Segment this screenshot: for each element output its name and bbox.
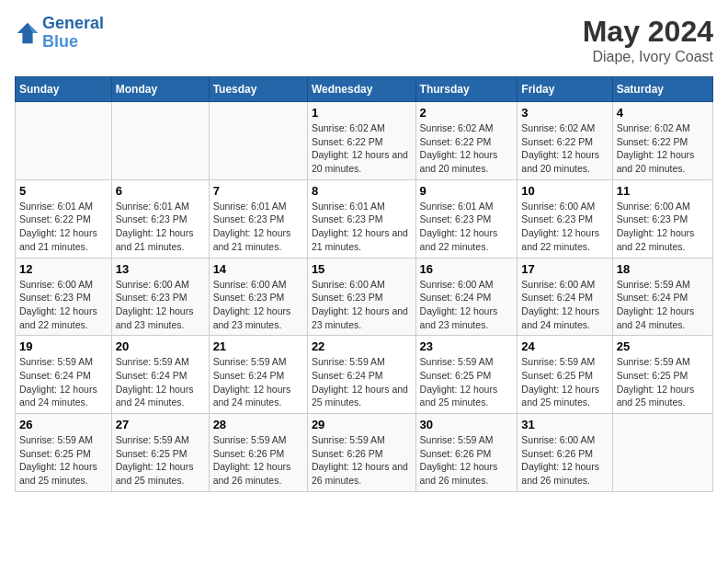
sunrise-text: Sunrise: 6:02 AM [617, 122, 690, 133]
day-info: Sunrise: 6:00 AM Sunset: 6:23 PM Dayligh… [312, 278, 412, 332]
calendar-cell: 15 Sunrise: 6:00 AM Sunset: 6:23 PM Dayl… [307, 258, 415, 336]
logo-text: General Blue [42, 15, 104, 52]
daylight-text: Daylight: 12 hours and 26 minutes. [521, 461, 599, 486]
calendar-cell: 14 Sunrise: 6:00 AM Sunset: 6:23 PM Dayl… [209, 258, 307, 336]
calendar-title: May 2024 [583, 15, 713, 49]
calendar-week-row: 26 Sunrise: 5:59 AM Sunset: 6:25 PM Dayl… [16, 414, 713, 492]
day-info: Sunrise: 5:59 AM Sunset: 6:26 PM Dayligh… [420, 433, 514, 488]
day-number: 29 [312, 418, 412, 431]
calendar-cell: 9 Sunrise: 6:01 AM Sunset: 6:23 PM Dayli… [415, 179, 518, 258]
daylight-text: Daylight: 12 hours and 22 minutes. [420, 227, 498, 252]
calendar-week-row: 19 Sunrise: 5:59 AM Sunset: 6:24 PM Dayl… [16, 336, 713, 414]
sunset-text: Sunset: 6:24 PM [521, 292, 593, 303]
day-info: Sunrise: 6:02 AM Sunset: 6:22 PM Dayligh… [420, 121, 514, 176]
logo-icon [15, 20, 40, 46]
calendar-cell [111, 102, 209, 180]
day-number: 26 [19, 418, 108, 431]
calendar-cell [209, 102, 307, 180]
calendar-cell [612, 414, 712, 492]
sunset-text: Sunset: 6:25 PM [116, 448, 188, 459]
day-number: 28 [213, 418, 303, 431]
sunrise-text: Sunrise: 6:00 AM [521, 279, 595, 290]
sunrise-text: Sunrise: 6:02 AM [312, 122, 385, 133]
sunrise-text: Sunrise: 6:01 AM [420, 201, 494, 212]
calendar-cell: 16 Sunrise: 6:00 AM Sunset: 6:24 PM Dayl… [415, 258, 518, 336]
sunset-text: Sunset: 6:24 PM [312, 370, 383, 381]
day-number: 31 [521, 418, 608, 431]
day-info: Sunrise: 5:59 AM Sunset: 6:24 PM Dayligh… [213, 355, 303, 409]
calendar-cell: 19 Sunrise: 5:59 AM Sunset: 6:24 PM Dayl… [16, 336, 112, 414]
col-wednesday: Wednesday [307, 77, 415, 102]
sunset-text: Sunset: 6:24 PM [116, 370, 188, 381]
daylight-text: Daylight: 12 hours and 24 minutes. [116, 384, 194, 408]
col-sunday: Sunday [16, 77, 112, 102]
sunrise-text: Sunrise: 5:59 AM [521, 356, 595, 367]
col-friday: Friday [518, 77, 612, 102]
daylight-text: Daylight: 12 hours and 23 minutes. [312, 305, 408, 330]
day-number: 24 [521, 339, 608, 353]
day-number: 8 [312, 184, 412, 198]
day-info: Sunrise: 5:59 AM Sunset: 6:25 PM Dayligh… [521, 355, 608, 409]
day-info: Sunrise: 6:00 AM Sunset: 6:24 PM Dayligh… [420, 278, 514, 332]
day-info: Sunrise: 6:01 AM Sunset: 6:23 PM Dayligh… [420, 200, 514, 254]
sunrise-text: Sunrise: 6:00 AM [521, 201, 595, 212]
daylight-text: Daylight: 12 hours and 26 minutes. [420, 461, 498, 486]
calendar-cell: 17 Sunrise: 6:00 AM Sunset: 6:24 PM Dayl… [518, 258, 612, 336]
calendar-week-row: 1 Sunrise: 6:02 AM Sunset: 6:22 PM Dayli… [16, 102, 713, 180]
calendar-cell: 22 Sunrise: 5:59 AM Sunset: 6:24 PM Dayl… [307, 336, 415, 414]
calendar-cell: 6 Sunrise: 6:01 AM Sunset: 6:23 PM Dayli… [111, 179, 209, 258]
calendar-cell: 2 Sunrise: 6:02 AM Sunset: 6:22 PM Dayli… [415, 102, 518, 180]
sunset-text: Sunset: 6:23 PM [213, 292, 285, 303]
sunset-text: Sunset: 6:26 PM [312, 448, 383, 459]
calendar-week-row: 12 Sunrise: 6:00 AM Sunset: 6:23 PM Dayl… [16, 258, 713, 336]
calendar-cell: 26 Sunrise: 5:59 AM Sunset: 6:25 PM Dayl… [16, 414, 112, 492]
daylight-text: Daylight: 12 hours and 20 minutes. [420, 149, 498, 174]
daylight-text: Daylight: 12 hours and 23 minutes. [116, 305, 194, 330]
day-info: Sunrise: 5:59 AM Sunset: 6:25 PM Dayligh… [19, 433, 108, 488]
daylight-text: Daylight: 12 hours and 25 minutes. [617, 384, 695, 408]
daylight-text: Daylight: 12 hours and 20 minutes. [312, 149, 408, 174]
daylight-text: Daylight: 12 hours and 25 minutes. [312, 384, 408, 408]
day-number: 20 [116, 339, 205, 353]
calendar-header-row: Sunday Monday Tuesday Wednesday Thursday… [16, 77, 713, 102]
calendar-cell: 1 Sunrise: 6:02 AM Sunset: 6:22 PM Dayli… [307, 102, 415, 180]
sunset-text: Sunset: 6:23 PM [116, 213, 188, 224]
sunrise-text: Sunrise: 6:02 AM [521, 122, 595, 133]
day-info: Sunrise: 5:59 AM Sunset: 6:25 PM Dayligh… [420, 355, 514, 409]
col-monday: Monday [111, 77, 209, 102]
sunrise-text: Sunrise: 6:00 AM [116, 279, 189, 290]
sunrise-text: Sunrise: 5:59 AM [19, 434, 93, 445]
sunset-text: Sunset: 6:25 PM [617, 370, 688, 381]
sunrise-text: Sunrise: 6:01 AM [312, 201, 385, 212]
sunset-text: Sunset: 6:22 PM [521, 136, 593, 147]
daylight-text: Daylight: 12 hours and 21 minutes. [213, 227, 291, 252]
calendar-cell: 7 Sunrise: 6:01 AM Sunset: 6:23 PM Dayli… [209, 179, 307, 258]
day-info: Sunrise: 6:02 AM Sunset: 6:22 PM Dayligh… [312, 121, 412, 176]
calendar-cell: 5 Sunrise: 6:01 AM Sunset: 6:22 PM Dayli… [16, 179, 112, 258]
calendar-cell: 12 Sunrise: 6:00 AM Sunset: 6:23 PM Dayl… [16, 258, 112, 336]
calendar-cell: 3 Sunrise: 6:02 AM Sunset: 6:22 PM Dayli… [518, 102, 612, 180]
day-number: 11 [617, 184, 709, 198]
sunrise-text: Sunrise: 5:59 AM [213, 434, 287, 445]
day-number: 25 [617, 339, 709, 353]
page-header: General Blue May 2024 Diape, Ivory Coast [15, 15, 713, 65]
daylight-text: Daylight: 12 hours and 21 minutes. [19, 227, 97, 252]
daylight-text: Daylight: 12 hours and 24 minutes. [521, 305, 599, 330]
day-number: 10 [521, 184, 608, 198]
calendar-cell: 10 Sunrise: 6:00 AM Sunset: 6:23 PM Dayl… [518, 179, 612, 258]
calendar-cell: 28 Sunrise: 5:59 AM Sunset: 6:26 PM Dayl… [209, 414, 307, 492]
calendar-cell: 11 Sunrise: 6:00 AM Sunset: 6:23 PM Dayl… [612, 179, 712, 258]
daylight-text: Daylight: 12 hours and 20 minutes. [617, 149, 695, 174]
logo: General Blue [15, 15, 104, 52]
sunset-text: Sunset: 6:26 PM [213, 448, 285, 459]
logo-blue: Blue [42, 32, 78, 51]
sunset-text: Sunset: 6:26 PM [521, 448, 593, 459]
day-info: Sunrise: 6:02 AM Sunset: 6:22 PM Dayligh… [617, 121, 709, 176]
calendar-cell: 23 Sunrise: 5:59 AM Sunset: 6:25 PM Dayl… [415, 336, 518, 414]
sunset-text: Sunset: 6:22 PM [617, 136, 688, 147]
daylight-text: Daylight: 12 hours and 24 minutes. [617, 305, 695, 330]
calendar-cell: 24 Sunrise: 5:59 AM Sunset: 6:25 PM Dayl… [518, 336, 612, 414]
sunset-text: Sunset: 6:24 PM [19, 370, 91, 381]
day-info: Sunrise: 5:59 AM Sunset: 6:26 PM Dayligh… [213, 433, 303, 488]
sunrise-text: Sunrise: 5:59 AM [312, 356, 385, 367]
